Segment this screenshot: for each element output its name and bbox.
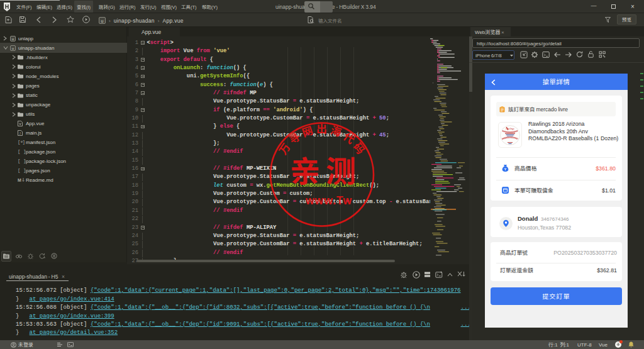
svg-text:J: J: [19, 132, 20, 135]
svg-text:www.Tw: www.Tw: [305, 194, 352, 207]
svg-text:Rawlings: Rawlings: [505, 127, 514, 130]
svg-text:亲测: 亲测: [290, 147, 362, 191]
